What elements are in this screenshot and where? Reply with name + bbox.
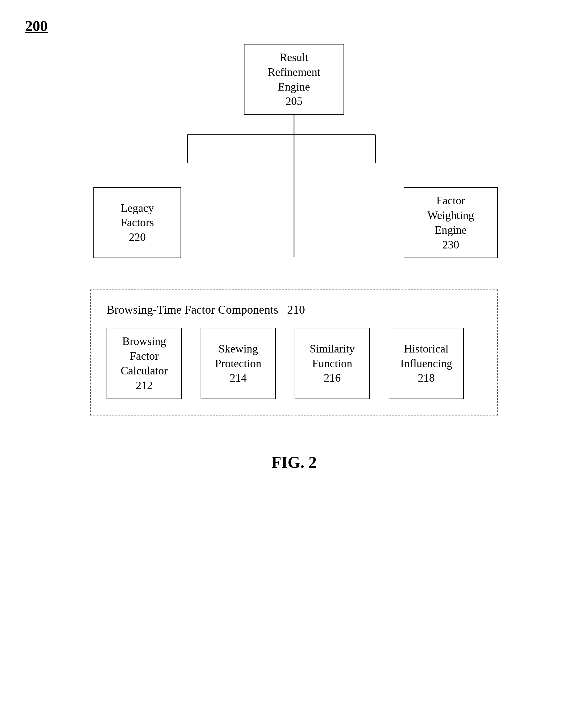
figure-caption: FIG. 2 <box>271 453 317 472</box>
figure-number-top: 200 <box>25 17 48 35</box>
browsing-time-container: Browsing-Time Factor Components 210 Brow… <box>90 289 498 415</box>
browsing-factor-calculator-box: Browsing Factor Calculator 212 <box>107 328 182 399</box>
factor-weighting-engine-box: Factor Weighting Engine 230 <box>404 187 498 258</box>
legacy-factors-label: Legacy Factors 220 <box>121 201 154 245</box>
page: 200 Result Refinement Engine 205 <box>0 0 588 715</box>
similarity-function-box: Similarity Function 216 <box>295 328 370 399</box>
skewing-protection-label: Skewing Protection 214 <box>215 342 261 385</box>
connector-space-1 <box>43 115 545 187</box>
level-root: Result Refinement Engine 205 <box>43 44 545 115</box>
legacy-wrapper: Legacy Factors 220 <box>43 187 231 258</box>
gap-space <box>231 187 357 258</box>
level-1: Legacy Factors 220 Factor Weighting Engi… <box>43 187 545 258</box>
result-refinement-engine-box: Result Refinement Engine 205 <box>244 44 344 115</box>
fwe-wrapper: Factor Weighting Engine 230 <box>357 187 545 258</box>
factor-weighting-engine-label: Factor Weighting Engine 230 <box>427 193 474 252</box>
diagram-container: Result Refinement Engine 205 Legacy Fact… <box>25 44 563 472</box>
browsing-factor-calculator-label: Browsing Factor Calculator 212 <box>121 334 168 393</box>
historical-influencing-label: Historical Influencing 218 <box>400 342 452 385</box>
browsing-time-label: Browsing-Time Factor Components 210 <box>107 303 481 317</box>
component-row: Browsing Factor Calculator 212 Skewing P… <box>107 328 481 399</box>
legacy-factors-box: Legacy Factors 220 <box>93 187 181 258</box>
skewing-protection-box: Skewing Protection 214 <box>201 328 276 399</box>
result-refinement-engine-label: Result Refinement Engine 205 <box>252 50 336 109</box>
historical-influencing-box: Historical Influencing 218 <box>388 328 464 399</box>
similarity-function-label: Similarity Function 216 <box>310 342 355 385</box>
